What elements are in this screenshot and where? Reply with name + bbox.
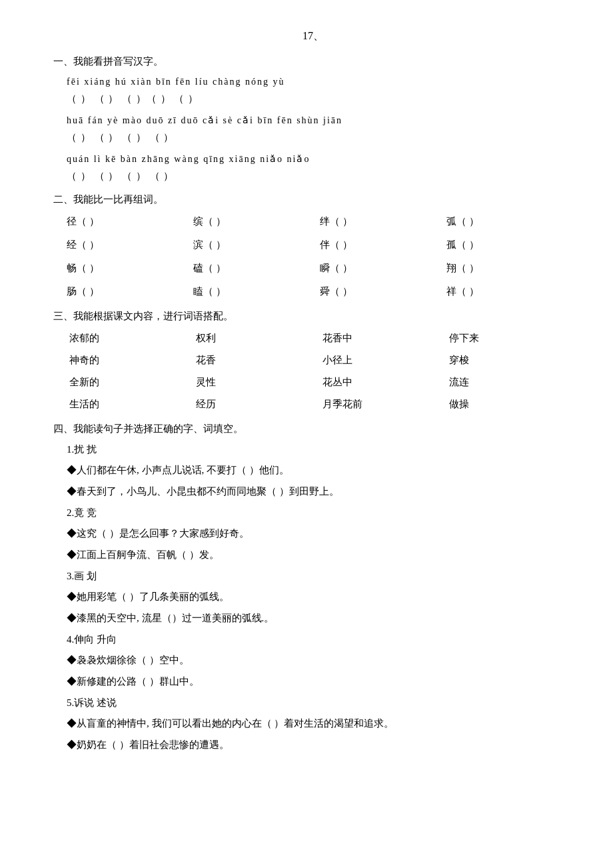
match-cell-2-1: 灵性	[193, 372, 320, 393]
bullet-item-2-1: ◆漆黑的天空中, 流星（）过一道美丽的弧线.。	[67, 608, 573, 628]
pinyin-row-1: fēi xiáng hú xiàn bīn fēn líu chàng nóng…	[67, 73, 573, 90]
match-cell-3-2: 月季花前	[320, 394, 446, 415]
match-cell-3-0: 生活的	[67, 394, 193, 415]
page-title: 17、	[53, 27, 573, 46]
fill-group-title-2: 3.画 划	[67, 567, 573, 585]
pinyin-row-3: quán lì kē bàn zhāng wàng qīng xiāng niǎ…	[67, 151, 573, 167]
compare-row-3: 肠（ ）瞌（ ）舜（ ）祥（ ）	[67, 281, 573, 302]
compare-cell-3-0: 肠（ ）	[67, 281, 193, 302]
compare-cell-0-3: 弧（ ）	[446, 211, 573, 232]
bullet-item-2-0: ◆她用彩笔（ ）了几条美丽的弧线。	[67, 587, 573, 607]
match-cell-2-3: 流连	[446, 372, 573, 393]
match-row-0: 浓郁的权利花香中停下来	[67, 328, 573, 349]
fill-group-title-0: 1.扰 扰	[67, 441, 573, 459]
section3-title: 三、我能根据课文内容，进行词语搭配。	[53, 307, 573, 325]
compare-row-2: 畅（ ）磕（ ）瞬（ ）翔（ ）	[67, 258, 573, 279]
compare-grid: 径（ ）缤（ ）绊（ ）弧（ ）经（ ）滨（ ）伴（ ）孤（ ）畅（ ）磕（ ）…	[53, 211, 573, 302]
match-cell-1-1: 花香	[193, 350, 320, 371]
compare-cell-1-1: 滨（ ）	[193, 235, 320, 255]
compare-cell-3-2: 舜（ ）	[320, 281, 446, 302]
match-cell-1-3: 穿梭	[446, 350, 573, 371]
match-cell-0-1: 权利	[193, 328, 320, 349]
compare-cell-1-2: 伴（ ）	[320, 235, 446, 255]
blank-row-2: （ ） （ ） （ ） （ ）	[67, 129, 573, 147]
fill-groups: 1.扰 扰◆人们都在午休, 小声点儿说话, 不要打（ ）他们。◆春天到了，小鸟儿…	[53, 441, 573, 755]
compare-cell-0-1: 缤（ ）	[193, 211, 320, 232]
bullet-item-0-0: ◆人们都在午休, 小声点儿说话, 不要打（ ）他们。	[67, 460, 573, 480]
match-row-2: 全新的灵性花丛中流连	[67, 372, 573, 393]
compare-cell-2-0: 畅（ ）	[67, 258, 193, 279]
blank-row-1: （ ） （ ） （ ）（ ） （ ）	[67, 90, 573, 108]
compare-cell-3-3: 祥（ ）	[446, 281, 573, 302]
fill-group-title-4: 5.诉说 述说	[67, 694, 573, 712]
match-cell-2-0: 全新的	[67, 372, 193, 393]
pinyin-row-2: huā fán yè mào duō zī duō cǎi sè cǎi bīn…	[67, 112, 573, 129]
match-row-1: 神奇的花香小径上穿梭	[67, 350, 573, 371]
match-cell-0-3: 停下来	[446, 328, 573, 349]
compare-row-1: 经（ ）滨（ ）伴（ ）孤（ ）	[67, 235, 573, 255]
match-cell-1-0: 神奇的	[67, 350, 193, 371]
fill-group-title-3: 4.伸向 升向	[67, 631, 573, 649]
bullet-item-1-1: ◆江面上百舸争流、百帆（ ）发。	[67, 545, 573, 565]
compare-cell-3-1: 瞌（ ）	[193, 281, 320, 302]
match-cell-2-2: 花丛中	[320, 372, 446, 393]
section4-title: 四、我能读句子并选择正确的字、词填空。	[53, 420, 573, 438]
match-cell-3-1: 经历	[193, 394, 320, 415]
compare-cell-2-1: 磕（ ）	[193, 258, 320, 279]
match-cell-1-2: 小径上	[320, 350, 446, 371]
compare-cell-0-2: 绊（ ）	[320, 211, 446, 232]
bullet-item-3-1: ◆新修建的公路（ ）群山中。	[67, 671, 573, 691]
match-cell-0-2: 花香中	[320, 328, 446, 349]
compare-cell-1-3: 孤（ ）	[446, 235, 573, 255]
compare-cell-1-0: 经（ ）	[67, 235, 193, 255]
match-grid: 浓郁的权利花香中停下来神奇的花香小径上穿梭全新的灵性花丛中流连生活的经历月季花前…	[53, 328, 573, 415]
bullet-item-0-1: ◆春天到了，小鸟儿、小昆虫都不约而同地聚（ ）到田野上。	[67, 481, 573, 501]
match-cell-3-3: 做操	[446, 394, 573, 415]
section1-title: 一、我能看拼音写汉字。	[53, 53, 573, 71]
compare-cell-2-2: 瞬（ ）	[320, 258, 446, 279]
compare-cell-2-3: 翔（ ）	[446, 258, 573, 279]
compare-row-0: 径（ ）缤（ ）绊（ ）弧（ ）	[67, 211, 573, 232]
blank-row-3: （ ） （ ） （ ） （ ）	[67, 167, 573, 185]
bullet-item-4-0: ◆从盲童的神情中, 我们可以看出她的内心在（ ）着对生活的渴望和追求。	[67, 713, 573, 733]
section2-title: 二、我能比一比再组词。	[53, 191, 573, 209]
match-cell-0-0: 浓郁的	[67, 328, 193, 349]
bullet-item-1-0: ◆这究（ ）是怎么回事？大家感到好奇。	[67, 523, 573, 543]
compare-cell-0-0: 径（ ）	[67, 211, 193, 232]
bullet-item-3-0: ◆袅袅炊烟徐徐（ ）空中。	[67, 650, 573, 670]
bullet-item-4-1: ◆奶奶在（ ）着旧社会悲惨的遭遇。	[67, 735, 573, 755]
match-row-3: 生活的经历月季花前做操	[67, 394, 573, 415]
fill-group-title-1: 2.竟 竞	[67, 504, 573, 522]
